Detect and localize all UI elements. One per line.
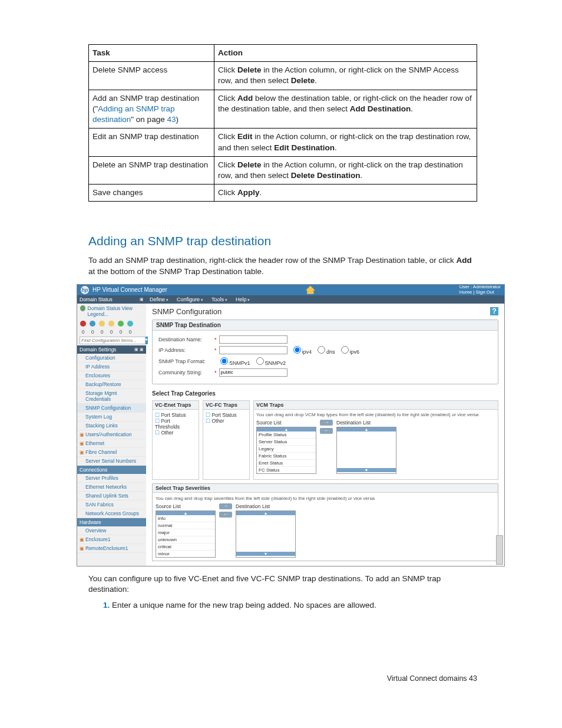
ip-input[interactable] — [219, 346, 287, 354]
sidebar-item[interactable]: Enclosures — [77, 371, 146, 380]
trap-checkbox[interactable]: Port Status — [155, 412, 196, 418]
sidebar-item[interactable]: System Log — [77, 413, 146, 421]
sidebar-item[interactable]: Stacking Links — [77, 421, 146, 430]
table-row: Add an SNMP trap destination ("Adding an… — [89, 90, 477, 129]
menu-configure[interactable]: Configure — [177, 297, 203, 302]
intro-paragraph: To add an SNMP trap destination, right-c… — [88, 255, 477, 276]
col-action: Action — [214, 45, 477, 62]
menubar[interactable]: DefineConfigureToolsHelp — [146, 295, 504, 304]
list-item[interactable]: unknown — [156, 536, 215, 543]
alert-yellow-icon — [99, 321, 105, 327]
home-icon[interactable] — [306, 286, 315, 294]
vertical-scrollbar[interactable] — [496, 535, 503, 565]
vc-fc-column: VC-FC Traps Port StatusOther — [203, 400, 250, 480]
list-item[interactable]: Profile Status — [257, 431, 316, 439]
vcm-note: You can drag and drop VCM trap types fro… — [256, 412, 495, 417]
format-radio-SNMPv2[interactable] — [256, 357, 264, 365]
ip-radio-ipv6[interactable] — [341, 346, 349, 354]
sidebar-item-fibre[interactable]: Fibre Channel — [77, 448, 146, 457]
sidebar-item[interactable]: SNMP Configuration — [77, 404, 146, 413]
home-signout-links[interactable]: Home | Sign Out — [459, 290, 501, 295]
alert-red-icon — [80, 321, 86, 327]
sidebar-item[interactable]: Storage Mgmt Credentials — [77, 389, 146, 404]
sidebar-item-server-serials[interactable]: Server Serial Numbers — [77, 457, 146, 466]
sidebar-item[interactable]: Shared Uplink Sets — [77, 492, 146, 500]
vc-fc-header: VC-FC Traps — [203, 401, 249, 410]
vcm-dest-list[interactable]: ▲ ▼ — [336, 427, 396, 474]
status-count-row: 000000 — [77, 328, 146, 335]
domain-status-legend[interactable]: Domain Status View Legend... — [77, 304, 146, 319]
sidebar-item[interactable]: Network Access Groups — [77, 509, 146, 518]
vcm-column: VCM Traps You can drag and drop VCM trap… — [253, 400, 498, 480]
sidebar-item-users[interactable]: Users/Authentication — [77, 430, 146, 439]
list-item[interactable]: Server Status — [257, 439, 316, 446]
domain-settings-header: Domain Settings▣ ▣ — [77, 345, 146, 354]
alert-green-icon — [118, 321, 124, 327]
trap-checkbox[interactable]: Port Status — [206, 412, 247, 418]
hp-logo-icon: hp — [81, 286, 89, 294]
menu-help[interactable]: Help — [236, 297, 250, 302]
sev-source-list[interactable]: ▲ infonormalmajorunknowncriticalminorwar… — [156, 510, 216, 558]
list-item[interactable]: FC Status — [257, 467, 316, 474]
list-item[interactable]: critical — [156, 543, 215, 551]
list-item[interactable]: normal — [156, 522, 215, 529]
list-item[interactable]: Enet Status — [257, 460, 316, 467]
trap-checkbox[interactable]: Other — [206, 418, 247, 424]
status-dot-icon — [80, 305, 85, 311]
sidebar-item[interactable]: IP Address — [77, 363, 146, 371]
vcm-source-list[interactable]: ▲ Profile StatusServer StatusLegacyFabri… — [256, 427, 316, 474]
user-info: User : Administrator Home | Sign Out — [459, 285, 501, 295]
sidebar-item-ethernet[interactable]: Ethernet — [77, 439, 146, 448]
scroll-up-icon[interactable]: ▲ — [337, 427, 396, 431]
sidebar-item[interactable]: Configuration — [77, 354, 146, 363]
source-list-caption: Source List — [256, 420, 316, 426]
comm-label: Community String: — [158, 370, 214, 375]
sidebar-item[interactable]: Server Profiles — [77, 474, 146, 483]
trap-checkbox[interactable]: Other — [155, 430, 196, 436]
domain-status-header: Domain Status▣ — [77, 295, 146, 304]
move-right-button[interactable]: → — [219, 503, 232, 509]
list-item[interactable]: Legacy — [257, 446, 316, 453]
list-item[interactable]: major — [156, 529, 215, 536]
list-item[interactable]: Fabric Status — [257, 453, 316, 460]
scroll-down-icon[interactable]: ▼ — [236, 552, 295, 556]
menu-define[interactable]: Define — [150, 297, 168, 302]
hardware-header: Hardware — [77, 518, 146, 526]
trap-destination-box: SNMP Trap Destination Destination Name: … — [152, 319, 498, 384]
sev-source-caption: Source List — [156, 503, 216, 509]
format-radio-SNMPv1[interactable] — [220, 357, 228, 365]
trap-categories-title: Select Trap Categories — [152, 390, 498, 397]
scroll-up-icon[interactable]: ▲ — [156, 511, 215, 515]
scroll-up-icon[interactable]: ▲ — [257, 427, 316, 431]
sidebar-item[interactable]: SAN Fabrics — [77, 500, 146, 509]
menu-tools[interactable]: Tools — [211, 297, 227, 302]
table-row: Delete an SNMP trap destinationClick Del… — [89, 156, 477, 184]
list-item[interactable]: info — [156, 515, 215, 522]
list-item[interactable]: minor — [156, 551, 215, 558]
ip-radio-dns[interactable] — [318, 346, 325, 354]
sidebar-search[interactable]: ▸ — [80, 337, 144, 344]
page-title: SNMP Configuration — [152, 307, 222, 316]
alert-blue-icon — [90, 321, 95, 327]
move-right-button[interactable]: → — [320, 420, 333, 426]
sidebar-item[interactable]: Backup/Restore — [77, 380, 146, 389]
scroll-down-icon[interactable]: ▼ — [337, 468, 396, 472]
sidebar-item[interactable]: Enclosure1 — [77, 535, 146, 544]
sidebar-item[interactable]: Ethernet Networks — [77, 483, 146, 492]
page-footer: Virtual Connect domains 43 — [88, 674, 477, 683]
move-left-button[interactable]: ← — [320, 428, 333, 434]
titlebar: hp HP Virtual Connect Manager User : Adm… — [77, 285, 504, 295]
sidebar-item[interactable]: RemoteEnclosure1 — [77, 544, 146, 553]
sidebar-item[interactable]: Overview — [77, 526, 146, 535]
sev-dest-list[interactable]: ▲ ▼ — [236, 510, 296, 558]
help-icon[interactable]: ? — [490, 307, 498, 315]
ip-radio-ipv4[interactable] — [293, 346, 301, 354]
trap-checkbox[interactable]: Port Thresholds — [155, 418, 196, 430]
trap-severities-box: Select Trap Severities You can drag and … — [152, 483, 498, 561]
alert-warn-icon — [108, 321, 114, 327]
move-left-button[interactable]: ← — [219, 512, 232, 518]
dest-name-input[interactable] — [219, 335, 287, 344]
search-input[interactable] — [80, 337, 146, 344]
scroll-up-icon[interactable]: ▲ — [236, 511, 295, 515]
comm-input[interactable] — [219, 368, 287, 377]
